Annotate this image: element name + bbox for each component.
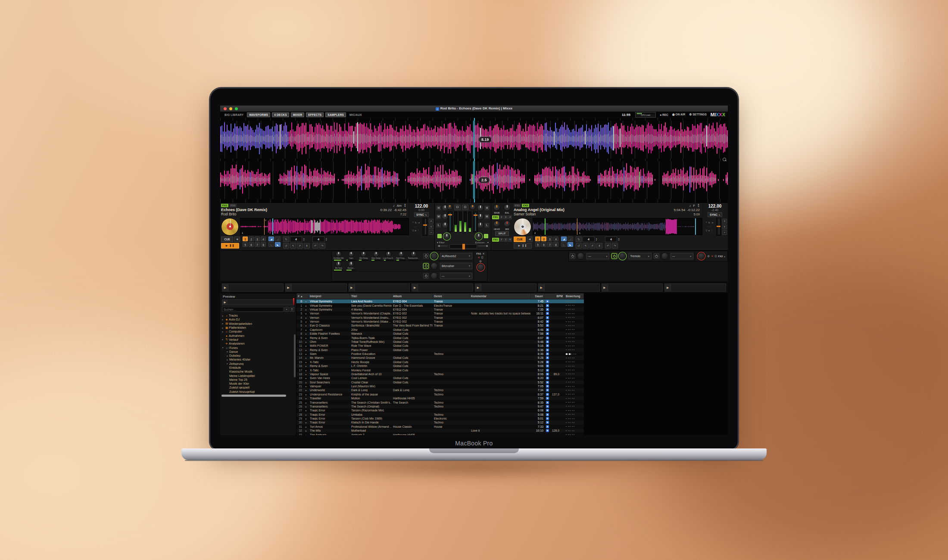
expander-icon[interactable]: ▸ [226,358,229,361]
table-row[interactable]: 21▸VainquerLyot (Maurizo Mix)7:05 [296,384,584,388]
toolbar-button-mixer[interactable]: MIXER [291,112,305,117]
preview-play-icon[interactable]: ▸ [306,341,307,343]
preview-play-icon[interactable]: ▸ [306,324,307,327]
pitch-down-button[interactable]: ∨ [429,224,433,229]
toolbar-button-samplers[interactable]: SAMPLERS [325,112,346,117]
effect-param-knob[interactable] [361,251,367,257]
table-row[interactable]: 12▸Remy & SvenPiano PowerGlobal Cuts6:36 [296,348,584,352]
loop-out-icon[interactable]: ↱ [589,243,596,249]
headphone-cue-deck2[interactable]: Ω [462,205,468,210]
hotcue-button-4[interactable]: 4 [553,236,558,241]
beatgrid-icon[interactable]: ≡ [415,229,416,232]
table-row[interactable]: 1▸Virtual SymmetrySee you (David Carrett… [296,303,584,307]
toolbar-button-big-library[interactable]: BIG LIBRARY [223,113,245,117]
table-row[interactable]: 3▸VernonVernon's Wonderland (Chapte..EYE… [296,311,584,315]
overview-waveform-deck2[interactable]: 1 2 [533,218,702,235]
keylock-toggle-icon[interactable]: ◢ [561,236,567,241]
hotcue-button-1[interactable]: 1 [535,236,540,241]
sidebar-item-wiedergabelisten[interactable]: ▸▤Wiedergabelisten [220,322,296,326]
sidebar-item-auto-dj[interactable]: ▸◈Auto-DJ [220,317,296,321]
preview-play-icon[interactable]: ▸ [306,345,307,347]
keylock-button[interactable]: + [429,230,433,235]
bpm-lock-icon[interactable] [546,364,549,367]
sync-button[interactable]: SYNCϟ [414,212,429,217]
effect-param-knob[interactable] [386,251,392,257]
slip-icon[interactable]: ⇥ [418,221,420,224]
loop-double-icon[interactable]: ⇞ [596,243,602,249]
table-row[interactable]: 31▸Tori AmosProfessional Widow (Armand .… [296,425,584,429]
effect-selector[interactable]: AUReverb2▼ [440,253,472,259]
waveform-deck2[interactable]: 2.5 [220,161,728,199]
preview-play-icon[interactable]: ▸ [306,417,307,420]
record-button[interactable]: ● REC [660,113,668,116]
sampler-slot-4[interactable]: ▶ [412,283,473,292]
expander-icon[interactable]: ▸ [221,322,225,325]
bpm-lock-icon[interactable] [546,369,549,372]
table-row[interactable]: 8▸Eddie Flashin' FowlkesWarwickGlobal Cu… [296,332,584,336]
table-row[interactable]: 32▸The MfaMotherloadLove it10:10128,0 [296,429,584,432]
slip-icon[interactable]: ⇥ [711,221,713,224]
column-header-interpret[interactable]: Interpret [309,293,350,299]
bpm-lock-icon[interactable] [546,421,549,424]
column-header-kommentar[interactable]: Kommentar [470,293,531,299]
sampler-slot-5[interactable]: ▶ [475,283,536,292]
toolbar-button-4-decks[interactable]: 4 DECKS [272,112,289,117]
bpm-lock-icon[interactable] [546,397,549,400]
menu-dots-icon[interactable]: ⋮ [711,229,713,232]
preview-play-icon[interactable]: ▸ [306,349,307,352]
main-volume-knob[interactable] [493,204,500,211]
effect-mix-knob[interactable] [661,252,668,260]
bpm-lock-icon[interactable] [546,381,549,384]
back-button[interactable]: ◀ [527,236,533,242]
column-header-preview[interactable]: # ▲ [296,293,309,299]
table-row[interactable]: 2▸Virtual Symmetry4 MonksEYEQ 004Trance7… [296,308,584,311]
beatloop-size-spinbox[interactable]: 4 [290,236,302,242]
headphone-cue-deck1[interactable]: Ω [454,205,461,210]
effect-mix-knob[interactable] [430,252,438,260]
sidebar-item-meine-lieblingstitel[interactable]: Meine Lieblingstitel [220,373,296,377]
hotcue-button-5[interactable]: 5 [243,242,248,247]
sampler-slot-1[interactable]: ▶ [222,283,284,292]
effect-param-knob[interactable] [348,261,354,267]
table-row[interactable]: 19▸Sven Van HeesCool LemonGlobal Cuts6:2… [296,376,584,380]
sidebar-item-computer[interactable]: ▸⌂Computer [220,330,296,333]
table-row[interactable]: 17▸X-TaticMonkey ForestGlobal Cuts5:12 [296,368,584,372]
super-knob[interactable] [477,264,484,271]
super-knob[interactable] [698,252,705,260]
table-row[interactable]: 25▸TrancesettersThe Search (Christian Sm… [296,400,584,404]
overview-waveform-deck1[interactable]: c 1 [240,218,409,235]
beatgrid-icon[interactable]: ≡ [708,229,710,232]
preview-play-icon[interactable]: ▸ [306,305,307,307]
bpm-lock-icon[interactable] [546,300,549,303]
table-row[interactable]: 26▸TrancesettersThe Search (Original)Tec… [296,404,584,408]
beatjump-size-spinner[interactable]: ▲▼ [325,238,327,241]
expander-icon[interactable]: ▸ [226,355,229,357]
fx-assign-button-2[interactable]: 2 [499,215,503,219]
sidebar-item-zeitsprung[interactable]: ▸Zeitsprung [220,362,296,366]
bpm-lock-icon[interactable] [546,348,549,352]
split-cue-button[interactable]: SPLIT [495,231,508,236]
toolbar-button-waveforms[interactable]: WAVEFORMS [247,112,270,117]
bpm-lock-icon[interactable] [546,352,549,355]
sampler-slot-2[interactable]: ▶ [285,283,347,292]
effect-param-knob[interactable] [336,261,342,267]
fx-assign-button-fx1[interactable]: FX1 [492,215,499,219]
table-row[interactable]: 11▸MAN POWERRide The WaveGlobal Cuts5:16 [296,344,584,348]
slope-icon[interactable]: ◿ [568,236,573,241]
fx-assign-button-4[interactable]: 4 [508,238,512,242]
hotcue-button-7[interactable]: 7 [255,242,260,247]
close-icon[interactable]: ✕ [482,252,484,255]
quickeffect-selector-deck2[interactable]: Echover... ▾ [475,241,489,244]
beatjump-size-spinner[interactable]: ▲▼ [618,238,620,241]
beatloop-size-spinner[interactable]: ▲▼ [303,238,305,241]
column-header-genre[interactable]: Genre [433,293,470,299]
hotcue-button-6[interactable]: 6 [249,242,254,247]
sidebar-item-musik-der-90er[interactable]: Musik der 90er [220,382,296,386]
loop-double-icon[interactable]: ⇞ [304,243,310,249]
sidebar-item-tracks[interactable]: ▸♪Tracks [220,314,296,317]
preview-play-icon[interactable]: ▸ [306,320,307,323]
slope-icon[interactable]: ◿ [275,236,281,241]
eject-icon[interactable]: ⌃ [705,221,708,224]
quickeffect-knob-deck1[interactable] [443,233,450,240]
bpm-lock-icon[interactable] [546,304,549,307]
